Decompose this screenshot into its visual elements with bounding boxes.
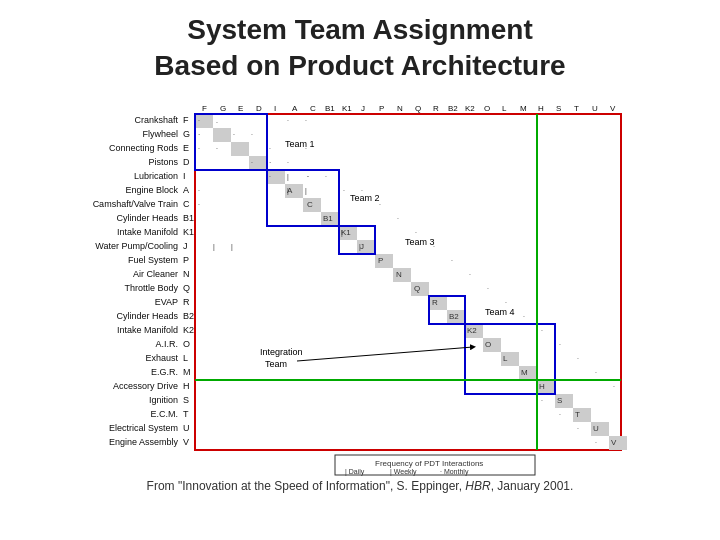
svg-text:H: H	[538, 104, 544, 113]
svg-text:C: C	[307, 200, 313, 209]
svg-text:K1: K1	[183, 227, 194, 237]
svg-text:F: F	[202, 104, 207, 113]
svg-text:·: ·	[541, 327, 543, 334]
svg-text:A: A	[183, 185, 189, 195]
svg-text:I: I	[183, 171, 186, 181]
svg-text:Frequency of PDT Interactions: Frequency of PDT Interactions	[375, 459, 483, 468]
svg-text:·: ·	[198, 117, 200, 124]
svg-text:R: R	[433, 104, 439, 113]
svg-text:S: S	[556, 104, 561, 113]
svg-text:N: N	[183, 269, 190, 279]
svg-text:T: T	[183, 409, 189, 419]
svg-text:C: C	[183, 199, 190, 209]
svg-text:·: ·	[198, 130, 200, 139]
svg-text:M: M	[521, 368, 528, 377]
svg-text:Integration: Integration	[260, 347, 303, 357]
svg-text:Electrical System: Electrical System	[109, 423, 178, 433]
svg-text:J: J	[183, 241, 188, 251]
svg-text:A.I.R.: A.I.R.	[155, 339, 178, 349]
svg-text:V: V	[183, 437, 189, 447]
svg-text:F: F	[183, 115, 189, 125]
svg-text:·: ·	[433, 243, 435, 250]
svg-text:Q: Q	[183, 283, 190, 293]
svg-text:|: |	[231, 243, 233, 251]
svg-text:Intake Manifold: Intake Manifold	[117, 325, 178, 335]
svg-text:M: M	[183, 367, 191, 377]
svg-text:T: T	[575, 410, 580, 419]
svg-text:M: M	[520, 104, 527, 113]
svg-text:Team: Team	[265, 359, 287, 369]
svg-text:Throttle Body: Throttle Body	[124, 283, 178, 293]
svg-text:·: ·	[559, 411, 561, 418]
svg-text:Intake Manifold: Intake Manifold	[117, 227, 178, 237]
svg-text:N: N	[396, 270, 402, 279]
svg-text:|: |	[213, 243, 215, 251]
svg-text:E.C.M.: E.C.M.	[150, 409, 178, 419]
svg-text:·: ·	[198, 187, 200, 194]
svg-text:·: ·	[523, 313, 525, 320]
svg-text:E: E	[183, 143, 189, 153]
svg-text:·: ·	[198, 201, 200, 208]
svg-line-110	[297, 347, 473, 361]
svg-text:Team 4: Team 4	[485, 307, 515, 317]
svg-text:·: ·	[307, 173, 309, 180]
svg-text:Engine Assembly: Engine Assembly	[109, 437, 179, 447]
svg-text:N: N	[397, 104, 403, 113]
svg-text:|: |	[341, 229, 343, 237]
svg-text:·: ·	[216, 145, 218, 152]
svg-text:U: U	[183, 423, 190, 433]
svg-text:A: A	[292, 104, 298, 113]
svg-text:|: |	[287, 187, 289, 195]
svg-text:L: L	[183, 353, 188, 363]
svg-text:Exhaust: Exhaust	[145, 353, 178, 363]
svg-text:Lubrication: Lubrication	[134, 171, 178, 181]
svg-text:Team 3: Team 3	[405, 237, 435, 247]
svg-text:·: ·	[269, 158, 271, 167]
svg-text:·: ·	[287, 159, 289, 166]
svg-text:·: ·	[505, 299, 507, 306]
svg-text:H: H	[183, 381, 190, 391]
svg-text:G: G	[220, 104, 226, 113]
svg-rect-75	[231, 142, 249, 156]
svg-text:Ignition: Ignition	[149, 395, 178, 405]
svg-text:L: L	[503, 354, 508, 363]
svg-text:T: T	[574, 104, 579, 113]
svg-text:·: ·	[251, 131, 253, 138]
svg-text:|  Weekly: | Weekly	[390, 468, 417, 476]
svg-text:·: ·	[198, 145, 200, 152]
svg-text:·: ·	[251, 159, 253, 166]
svg-text:Flywheel: Flywheel	[142, 129, 178, 139]
svg-text:O: O	[484, 104, 490, 113]
svg-text:·: ·	[361, 187, 363, 194]
svg-text:·: ·	[487, 285, 489, 292]
svg-text:Accessory Drive: Accessory Drive	[113, 381, 178, 391]
svg-text:L: L	[502, 104, 507, 113]
svg-text:|: |	[305, 187, 307, 195]
svg-text:|: |	[359, 243, 361, 251]
svg-text:R: R	[183, 297, 190, 307]
svg-text:·: ·	[613, 383, 615, 390]
svg-text:Q: Q	[414, 284, 420, 293]
svg-text:Camshaft/Valve Train: Camshaft/Valve Train	[93, 199, 178, 209]
svg-text:R: R	[432, 298, 438, 307]
svg-text:I: I	[274, 104, 276, 113]
svg-text:V: V	[610, 104, 616, 113]
svg-text:|  Daily: | Daily	[345, 468, 365, 476]
svg-text:B2: B2	[448, 104, 458, 113]
svg-text:B1: B1	[325, 104, 335, 113]
svg-text:·: ·	[415, 229, 417, 236]
svg-text:·: ·	[451, 257, 453, 264]
svg-text:·: ·	[595, 439, 597, 446]
svg-text:D: D	[183, 157, 190, 167]
svg-text:·  Monthly: · Monthly	[440, 468, 469, 476]
svg-text:Fuel System: Fuel System	[128, 255, 178, 265]
svg-text:H: H	[539, 382, 545, 391]
svg-text:Engine Block: Engine Block	[125, 185, 178, 195]
svg-text:B2: B2	[183, 311, 194, 321]
svg-text:P: P	[183, 255, 189, 265]
svg-text:·: ·	[577, 355, 579, 362]
svg-text:K2: K2	[183, 325, 194, 335]
svg-text:Team 2: Team 2	[350, 193, 380, 203]
svg-text:·: ·	[233, 131, 235, 138]
svg-text:O: O	[485, 340, 491, 349]
